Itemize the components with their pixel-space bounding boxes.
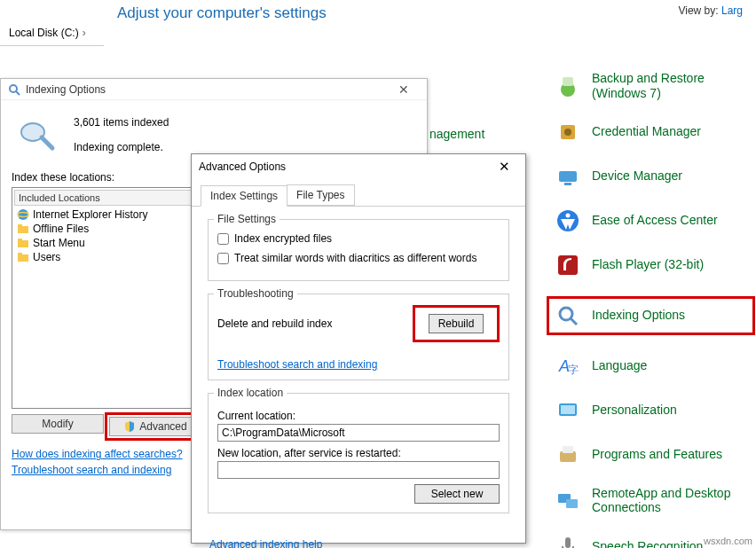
select-new-button[interactable]: Select new: [414, 484, 500, 504]
folder-icon: [17, 237, 29, 249]
current-location-field[interactable]: [217, 424, 500, 442]
cp-item-remoteapp[interactable]: RemoteApp and Desktop Connections: [555, 486, 750, 516]
svg-rect-32: [18, 253, 22, 255]
control-panel-heading: Adjust your computer's settings: [117, 4, 327, 22]
svg-rect-31: [18, 254, 28, 262]
shield-icon: [123, 420, 136, 433]
new-location-label: New location, after service is restarted…: [217, 447, 500, 459]
cp-link[interactable]: Speech Recognition: [592, 539, 703, 548]
breadcrumb-segment[interactable]: Local Disk (C:): [9, 27, 79, 39]
tab-file-types[interactable]: File Types: [287, 184, 354, 206]
encrypted-checkbox[interactable]: [217, 233, 229, 245]
ease-of-access-icon: [555, 207, 581, 234]
cp-link[interactable]: Device Manager: [592, 168, 682, 184]
svg-point-25: [18, 209, 28, 220]
location-label: Offline Files: [33, 223, 89, 235]
svg-rect-28: [18, 224, 22, 227]
personalization-icon: [555, 397, 581, 424]
cp-link[interactable]: Programs and Features: [592, 447, 722, 462]
svg-text:字: 字: [568, 364, 579, 376]
device-icon: [555, 163, 581, 190]
file-settings-group: File Settings Index encrypted files Trea…: [208, 219, 509, 281]
location-label: Internet Explorer History: [33, 208, 147, 221]
modify-button[interactable]: Modify: [12, 414, 104, 434]
rebuild-label: Delete and rebuild index: [217, 317, 332, 330]
cp-link[interactable]: Personalization: [592, 403, 677, 418]
rebuild-highlight: Rebuild: [413, 305, 500, 342]
window-title: Advanced Options: [199, 160, 490, 173]
group-legend: File Settings: [214, 213, 280, 225]
indexing-status: Indexing complete.: [74, 141, 169, 153]
group-legend: Troubleshooting: [214, 287, 297, 300]
svg-rect-27: [18, 226, 28, 233]
cp-item-device-manager[interactable]: Device Manager: [555, 163, 750, 190]
cp-link[interactable]: Credential Manager: [592, 124, 701, 139]
cp-link[interactable]: Flash Player (32-bit): [592, 257, 704, 272]
indexed-count: 3,601 items indexed: [74, 116, 169, 129]
svg-rect-1: [563, 77, 573, 86]
control-panel-items: Backup and Restore (Windows 7) Credentia…: [555, 71, 750, 548]
close-button[interactable]: ✕: [490, 159, 518, 175]
svg-point-7: [566, 213, 571, 217]
tab-index-settings[interactable]: Index Settings: [201, 185, 287, 207]
svg-point-21: [10, 85, 17, 92]
troubleshooting-group: Troubleshooting Delete and rebuild index…: [208, 294, 509, 380]
encrypted-checkbox-row[interactable]: Index encrypted files: [217, 232, 500, 245]
svg-point-9: [560, 308, 572, 320]
svg-rect-19: [565, 537, 571, 548]
advanced-button[interactable]: Advanced: [109, 417, 201, 436]
advanced-button-label: Advanced: [139, 420, 186, 433]
magnifier-icon: [8, 83, 20, 96]
svg-rect-4: [559, 171, 577, 182]
location-label: Start Menu: [33, 237, 85, 249]
cp-item-language[interactable]: A字 Language: [555, 353, 750, 380]
svg-rect-29: [18, 240, 28, 247]
chevron-right-icon: ›: [83, 27, 86, 39]
diacritics-checkbox-row[interactable]: Treat similar words with diacritics as d…: [217, 252, 500, 264]
view-by-label: View by:: [678, 4, 718, 17]
checkbox-label: Treat similar words with diacritics as d…: [234, 252, 476, 264]
tab-strip: Index Settings File Types: [192, 179, 525, 207]
advanced-indexing-help-link[interactable]: Advanced indexing help: [209, 538, 322, 548]
svg-line-22: [16, 91, 20, 95]
backup-icon: [555, 73, 581, 99]
cp-link[interactable]: Ease of Access Center: [592, 213, 718, 228]
cp-item-backup-restore[interactable]: Backup and Restore (Windows 7): [555, 71, 750, 101]
cp-link[interactable]: Language: [592, 358, 647, 373]
titlebar[interactable]: Indexing Options ✕: [1, 79, 427, 100]
titlebar[interactable]: Advanced Options ✕: [192, 154, 525, 179]
folder-icon: [17, 251, 29, 263]
diacritics-checkbox[interactable]: [217, 253, 229, 264]
group-legend: Index location: [214, 387, 287, 399]
index-location-group: Index location Current location: New loc…: [208, 393, 509, 513]
troubleshoot-link[interactable]: Troubleshoot search and indexing: [217, 358, 377, 371]
ie-icon: [17, 208, 29, 221]
rebuild-button[interactable]: Rebuild: [429, 314, 484, 333]
svg-rect-14: [561, 405, 575, 414]
svg-line-24: [42, 137, 52, 148]
cp-link[interactable]: Indexing Options: [592, 308, 685, 323]
advanced-options-window: Advanced Options ✕ Index Settings File T…: [191, 153, 526, 544]
cp-item-personalization[interactable]: Personalization: [555, 397, 750, 424]
view-by-value[interactable]: Larg: [721, 4, 743, 17]
cp-item-ease-of-access[interactable]: Ease of Access Center: [555, 207, 750, 234]
language-icon: A字: [555, 353, 581, 380]
new-location-field[interactable]: [217, 461, 500, 479]
current-location-label: Current location:: [217, 410, 500, 422]
magnifier-large-icon: [17, 116, 56, 155]
cp-link[interactable]: RemoteApp and Desktop Connections: [592, 486, 750, 516]
cp-item-indexing-options[interactable]: Indexing Options: [547, 296, 755, 335]
cp-item-credential-manager[interactable]: Credential Manager: [555, 119, 750, 145]
view-by-control[interactable]: View by: Larg: [678, 4, 743, 17]
svg-rect-16: [563, 446, 573, 453]
breadcrumb[interactable]: Local Disk (C:) ›: [0, 20, 104, 46]
close-button[interactable]: ✕: [388, 82, 420, 97]
svg-rect-5: [564, 183, 571, 185]
cp-item-flash-player[interactable]: Flash Player (32-bit): [555, 252, 750, 278]
svg-rect-8: [558, 255, 578, 275]
remoteapp-icon: [555, 487, 581, 513]
cp-link[interactable]: Backup and Restore (Windows 7): [592, 71, 750, 101]
cp-item-programs-features[interactable]: Programs and Features: [555, 442, 750, 468]
magnifier-icon: [555, 302, 581, 329]
partial-text: nagement: [429, 127, 484, 141]
